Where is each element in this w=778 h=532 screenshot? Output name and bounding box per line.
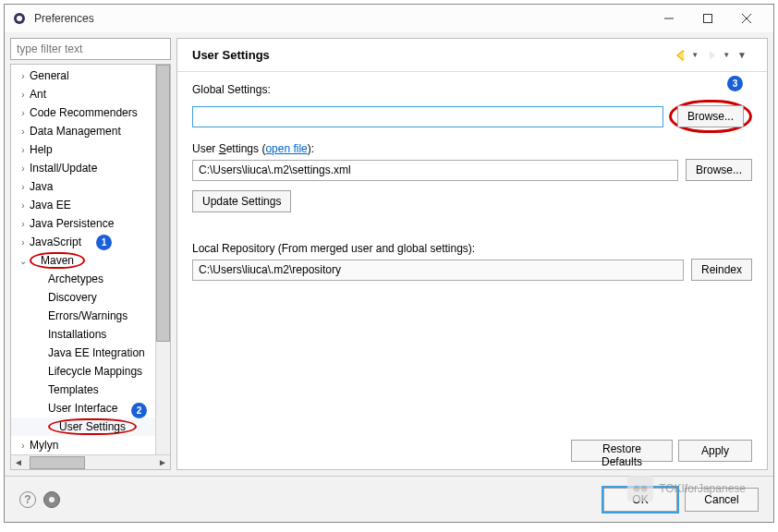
open-file-link[interactable]: open file — [265, 142, 307, 155]
tree-item-label: Archetypes — [48, 272, 103, 285]
tree-item-general[interactable]: ›General — [11, 66, 170, 85]
caret-icon: › — [17, 108, 30, 118]
tree-item-label: Data Management — [30, 125, 121, 138]
caret-icon: › — [17, 127, 30, 137]
tree-item-label: JavaScript — [30, 236, 81, 248]
tree-item-lifecycle-mappings[interactable]: Lifecycle Mappings — [11, 362, 170, 381]
tree-item-errors-warnings[interactable]: Errors/Warnings — [11, 307, 170, 325]
caret-icon: ⌄ — [17, 256, 30, 266]
caret-icon: › — [17, 163, 30, 174]
menu-dropdown-icon[interactable]: ▼ — [737, 50, 747, 60]
tree-item-java-ee-integration[interactable]: Java EE Integration — [11, 344, 170, 362]
tree-item-label: General — [30, 69, 69, 82]
cancel-button[interactable]: Cancel — [685, 488, 759, 512]
tree-item-code-recommenders[interactable]: ›Code Recommenders — [11, 103, 170, 122]
help-icon[interactable]: ? — [19, 491, 36, 508]
annotation-1: 1 — [96, 235, 112, 250]
tree-item-archetypes[interactable]: Archetypes — [11, 270, 170, 288]
tree-item-label: User Interface — [48, 402, 117, 415]
tree-item-label: Errors/Warnings — [48, 309, 128, 322]
tree-item-label: Ant — [30, 88, 46, 101]
tree-item-ant[interactable]: ›Ant — [11, 85, 170, 103]
tree-item-javascript[interactable]: ›JavaScript — [11, 233, 170, 251]
tree-item-java-persistence[interactable]: ›Java Persistence — [11, 214, 170, 233]
sidebar: ›General›Ant›Code Recommenders›Data Mana… — [10, 38, 171, 470]
scroll-right-icon[interactable]: ► — [155, 455, 170, 470]
user-browse-button[interactable]: Browse... — [686, 159, 752, 181]
window-title: Preferences — [34, 12, 94, 25]
tree-item-java-ee[interactable]: ›Java EE — [11, 196, 170, 214]
close-button[interactable] — [727, 6, 766, 31]
maximize-button[interactable] — [688, 6, 727, 31]
annotation-3: 3 — [727, 76, 743, 91]
caret-icon: › — [17, 200, 30, 211]
tree-item-data-management[interactable]: ›Data Management — [11, 122, 170, 140]
scroll-left-icon[interactable]: ◄ — [11, 455, 26, 470]
tree-container: ›General›Ant›Code Recommenders›Data Mana… — [10, 64, 171, 470]
tree-item-label: Java EE Integration — [48, 346, 145, 359]
reindex-button[interactable]: Reindex — [691, 259, 752, 281]
page-title: User Settings — [192, 48, 270, 62]
tree-item-label: Mylyn — [30, 439, 58, 452]
app-icon — [12, 11, 27, 26]
caret-icon: › — [17, 237, 30, 248]
tree-item-label: Java EE — [30, 199, 71, 212]
user-settings-label: User Settings (open file): — [192, 142, 752, 155]
global-settings-input[interactable] — [192, 106, 663, 127]
tree-item-label: Code Recommenders — [30, 106, 138, 119]
tree-item-label: Help — [30, 143, 53, 156]
tree-item-help[interactable]: ›Help — [11, 140, 170, 159]
footer: ? OK Cancel — [5, 476, 773, 522]
local-repo-input — [192, 260, 684, 281]
global-browse-button[interactable]: Browse... — [677, 105, 744, 127]
tree-item-label: Maven — [30, 252, 85, 269]
filter-input[interactable] — [10, 38, 171, 60]
tree-item-label: Java Persistence — [30, 217, 114, 230]
caret-icon: › — [17, 90, 30, 100]
tree-item-user-settings[interactable]: User Settings — [11, 417, 170, 436]
record-icon[interactable] — [43, 491, 60, 508]
main-panel: User Settings ▼ ▼ ▼ 3 Global Settings: B… — [176, 38, 768, 470]
tree-item-label: Templates — [48, 383, 99, 396]
forward-icon[interactable] — [706, 49, 719, 62]
annotation-2: 2 — [131, 403, 147, 418]
caret-icon: › — [17, 71, 30, 81]
caret-icon: › — [17, 441, 30, 451]
update-settings-button[interactable]: Update Settings — [192, 190, 291, 212]
preferences-window: Preferences ›General›Ant›Code Recommende… — [4, 4, 774, 523]
back-dropdown-icon[interactable]: ▼ — [691, 51, 699, 59]
caret-icon: › — [17, 219, 30, 229]
minimize-button[interactable] — [650, 6, 688, 31]
titlebar: Preferences — [5, 5, 773, 32]
tree-item-templates[interactable]: Templates — [11, 381, 170, 399]
tree-item-installations[interactable]: Installations — [11, 325, 170, 344]
user-settings-input[interactable] — [192, 160, 678, 181]
horizontal-scrollbar[interactable]: ◄ ► — [11, 454, 170, 469]
svg-rect-4 — [704, 15, 712, 23]
caret-icon: › — [17, 182, 30, 192]
tree-item-label: Discovery — [48, 291, 97, 304]
tree-item-label: Java — [30, 180, 53, 193]
tree-item-mylyn[interactable]: ›Mylyn — [11, 436, 170, 454]
tree-item-discovery[interactable]: Discovery — [11, 288, 170, 307]
tree-item-label: Install/Update — [30, 162, 97, 175]
apply-button[interactable]: Apply — [678, 440, 752, 462]
forward-dropdown-icon[interactable]: ▼ — [723, 51, 730, 59]
back-icon[interactable] — [675, 49, 687, 62]
tree-item-maven[interactable]: ⌄Maven — [11, 251, 170, 270]
local-repo-label: Local Repository (From merged user and g… — [192, 242, 752, 255]
tree-item-label: User Settings — [48, 418, 137, 435]
caret-icon: › — [17, 145, 30, 155]
tree-item-label: Lifecycle Mappings — [48, 365, 142, 378]
vertical-scrollbar[interactable] — [155, 65, 170, 454]
tree-item-label: Installations — [48, 328, 106, 341]
ok-button[interactable]: OK — [603, 488, 677, 512]
global-settings-label: Global Settings: — [192, 83, 752, 96]
restore-defaults-button[interactable]: Restore Defaults — [571, 440, 673, 462]
tree-item-java[interactable]: ›Java — [11, 177, 170, 196]
tree-item-install-update[interactable]: ›Install/Update — [11, 159, 170, 177]
